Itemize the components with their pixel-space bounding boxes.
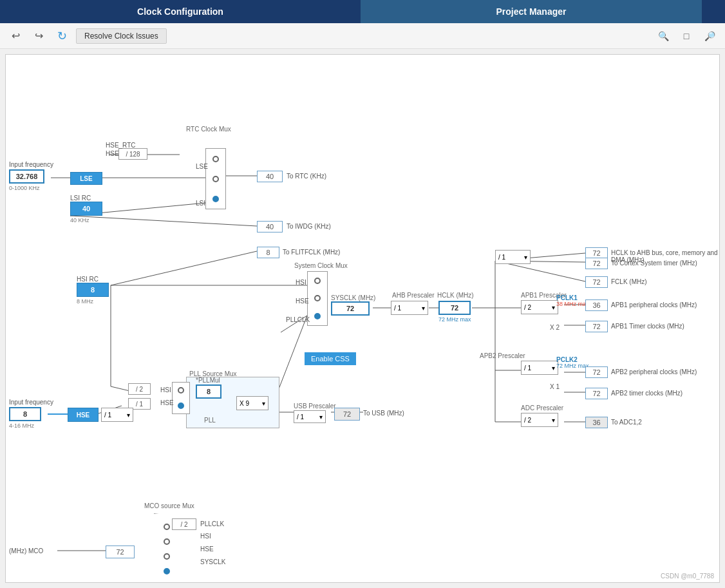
- ahb-prescaler-label: AHB Prescaler: [392, 292, 435, 299]
- pll-src-hsi[interactable]: [178, 387, 184, 394]
- hse-freq-value[interactable]: 8: [9, 407, 41, 421]
- ahb-prescaler-dropdown[interactable]: / 1▾: [391, 301, 428, 315]
- mco-mux-hsi[interactable]: [164, 538, 170, 545]
- apb2-periph-value: 72: [585, 366, 608, 378]
- mco-label: (MHz) MCO: [9, 547, 43, 555]
- hse-div1-dropdown[interactable]: / 1▾: [101, 408, 133, 422]
- lsi-rtc-label: LSI: [196, 200, 205, 207]
- input-freq-hse-label: Input frequency: [9, 399, 53, 406]
- mco-pllclk-label: PLLCLK: [200, 520, 224, 527]
- lsi-rc-label: LSI RC: [70, 194, 91, 202]
- usb-prescaler-dropdown[interactable]: / 1▾: [294, 410, 326, 423]
- apb1-periph-label: APB1 peripheral clocks (MHz): [611, 301, 697, 308]
- hse-block[interactable]: HSE: [68, 408, 99, 422]
- mco-div2-box: / 2: [172, 518, 196, 530]
- apb1-prescaler-dropdown[interactable]: / 2▾: [521, 300, 558, 314]
- hse-rtc-label: HSE_RTC: [106, 142, 136, 149]
- sysclk-mux-pll[interactable]: [314, 313, 321, 319]
- hse-wire-label: HSE: [106, 150, 119, 157]
- hclk-value[interactable]: 72: [438, 301, 471, 315]
- watermark: CSDN @m0_7788: [661, 573, 714, 580]
- svg-line-8: [111, 251, 257, 285]
- svg-line-7: [70, 216, 257, 226]
- refresh-button[interactable]: ↻: [53, 27, 71, 45]
- sysclk-mux-hse[interactable]: [314, 295, 321, 301]
- mco-source-mux-label: MCO source Mux: [144, 502, 194, 509]
- pll-x9-dropdown[interactable]: X 9▾: [236, 396, 268, 410]
- system-clock-mux[interactable]: [307, 271, 328, 326]
- adc-prescaler-dropdown[interactable]: / 2▾: [521, 413, 558, 427]
- to-iwdg-value: 40: [257, 221, 283, 232]
- pll-div2-box: / 2: [128, 383, 151, 395]
- redo-button[interactable]: ↪: [30, 27, 48, 45]
- pll-src-hse-label: HSE: [160, 399, 174, 406]
- apb1-x2-label: X 2: [550, 324, 560, 331]
- pll-src-hse[interactable]: [178, 403, 184, 409]
- mco-hsi-label: HSI: [200, 533, 211, 540]
- sysclk-mux-hse-label: HSE: [296, 298, 309, 305]
- cortex-timer-label: To Cortex System timer (MHz): [611, 260, 697, 267]
- hsi-rc-label: HSI RC: [77, 276, 99, 283]
- zoom-in-button[interactable]: 🔍: [654, 27, 672, 45]
- cortex-timer-value: 72: [585, 258, 608, 269]
- to-flitfclk-label: To FLITFCLK (MHz): [283, 249, 340, 256]
- usb-prescaler-label: USB Prescaler: [294, 403, 336, 410]
- hclk-div1-dropdown[interactable]: / 1▾: [495, 250, 531, 264]
- apb1-periph-value: 36: [585, 299, 608, 311]
- apb2-timer-value: 72: [585, 388, 608, 399]
- pclk1-max-label: 38 MHz max: [556, 301, 589, 307]
- fclk-label: FCLK (MHz): [611, 278, 647, 285]
- apb1-timer-label: APB1 Timer clocks (MHz): [611, 323, 684, 330]
- project-manager-title: Project Manager: [361, 0, 702, 23]
- undo-button[interactable]: ↩: [6, 27, 24, 45]
- pll-mul-value[interactable]: 8: [196, 384, 221, 399]
- lsi-value-box[interactable]: 40: [70, 202, 102, 216]
- adc-prescaler-label: ADC Prescaler: [521, 404, 563, 412]
- apb2-x1-label: X 1: [550, 383, 560, 390]
- hclk-label: HCLK (MHz): [437, 292, 474, 299]
- rtc-clock-mux-label: RTC Clock Mux: [186, 126, 231, 133]
- header-button: [702, 0, 725, 23]
- apb2-prescaler-dropdown[interactable]: / 1▾: [521, 361, 558, 375]
- pclk2-max-label: 72 MHz max: [556, 363, 589, 369]
- lse-freq-value[interactable]: 32.768: [9, 169, 44, 184]
- lsi-khz-label: 40 KHz: [70, 217, 89, 223]
- mco-sysclk-label: SYSCLK: [200, 558, 225, 565]
- apb2-prescaler-label: APB2 Prescaler: [480, 352, 525, 359]
- hsi-value-box[interactable]: 8: [77, 283, 109, 297]
- pll-label: PLL: [204, 417, 216, 424]
- to-rtc-value: 40: [257, 171, 283, 182]
- pll-src-hsi-label: HSI: [160, 386, 171, 394]
- lse-rtc-label: LSE: [196, 163, 208, 170]
- rtc-mux-radio-hse[interactable]: [212, 156, 219, 162]
- rtc-mux[interactable]: [205, 148, 226, 209]
- pll-mul-label: *PLLMul: [196, 377, 220, 384]
- mco-mux-pllclk[interactable]: [164, 524, 170, 530]
- hclk-max-label: 72 MHz max: [438, 316, 471, 323]
- input-freq-lse-label: Input frequency: [9, 161, 53, 168]
- to-iwdg-label: To IWDG (KHz): [287, 223, 331, 230]
- clock-config-title: Clock Configuration: [0, 0, 361, 23]
- enable-css-button[interactable]: Enable CSS: [305, 352, 356, 365]
- to-flitfclk-value: 8: [257, 247, 279, 258]
- sysclk-label: SYSCLK (MHz): [331, 294, 375, 301]
- pll-source-mux[interactable]: [172, 382, 190, 414]
- sysclk-value[interactable]: 72: [331, 301, 370, 316]
- resolve-clock-issues-button[interactable]: Resolve Clock Issues: [76, 28, 167, 44]
- sysclk-mux-hsi-label: HSI: [296, 279, 306, 286]
- mco-hse-label: HSE: [200, 545, 214, 553]
- rtc-mux-radio-lsi[interactable]: [212, 196, 219, 202]
- rtc-mux-radio-lse[interactable]: [212, 176, 219, 182]
- mco-mux-sysclk[interactable]: [164, 568, 170, 574]
- clock-diagram-canvas: Input frequency 32.768 0-1000 KHz LSE LS…: [5, 54, 720, 583]
- mco-mux-hse[interactable]: [164, 553, 170, 560]
- mco-value: 72: [106, 545, 135, 558]
- apb2-periph-label: APB2 peripheral clocks (MHz): [611, 368, 697, 375]
- usb-label: To USB (MHz): [363, 410, 404, 417]
- adc-label: To ADC1,2: [611, 419, 642, 426]
- zoom-fit-button[interactable]: □: [677, 27, 695, 45]
- system-clock-mux-label: System Clock Mux: [294, 262, 348, 269]
- sysclk-mux-hsi[interactable]: [314, 278, 321, 284]
- lse-block[interactable]: LSE: [70, 172, 102, 185]
- zoom-out-button[interactable]: 🔎: [701, 27, 719, 45]
